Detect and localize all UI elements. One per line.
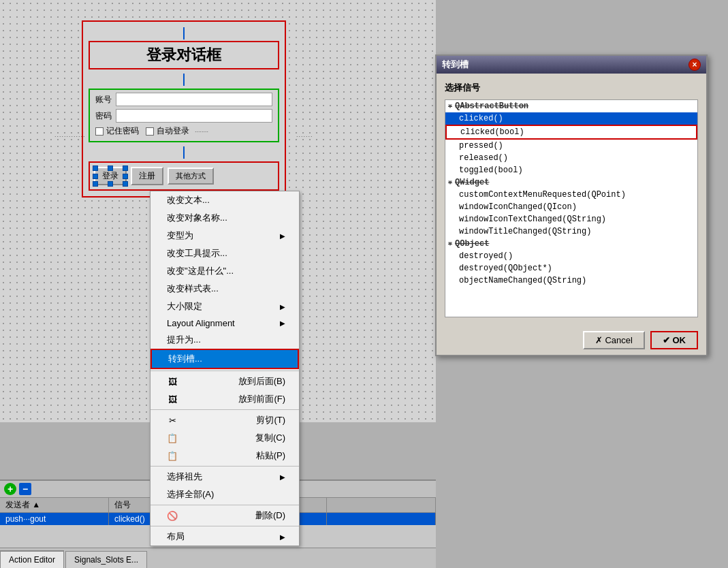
ctx-sep3 xyxy=(151,466,299,467)
dialog-title: 转到槽 xyxy=(442,59,469,71)
login-dialog: 登录对话框 账号 密码 记住密码 自动登录 ········ xyxy=(82,20,286,198)
toggle-icon: ▼ xyxy=(448,103,452,110)
copy-icon: 📋 xyxy=(167,433,178,443)
ctx-sep4 xyxy=(151,505,299,505)
dialog-titlebar: 转到槽 × xyxy=(437,56,706,74)
signal-toggled[interactable]: toggled(bool) xyxy=(445,164,697,176)
login-fields: 账号 密码 记住密码 自动登录 ········ xyxy=(89,89,279,142)
ctx-sep1 xyxy=(151,370,299,371)
ctx-delete[interactable]: 🚫删除(D) xyxy=(151,507,299,524)
toggle-icon-object: ▼ xyxy=(448,240,452,248)
other-button[interactable]: 其他方式 xyxy=(168,168,214,185)
ctx-copy[interactable]: 📋复制(C) xyxy=(151,429,299,447)
ctx-change-whatsthis[interactable]: 改变"这是什么"... xyxy=(151,262,299,280)
ok-button[interactable]: ✔ OK xyxy=(650,331,698,349)
ctx-change-name[interactable]: 改变对象名称... xyxy=(151,209,299,227)
overflow-dots-left: ············· xyxy=(54,133,86,140)
dialog-close-button[interactable]: × xyxy=(689,59,701,71)
password-label: 密码 xyxy=(95,110,116,122)
group-widget-label: QWidget xyxy=(455,178,489,187)
col-sender: 发送者 ▲ xyxy=(0,498,109,512)
cut-icon: ✂ xyxy=(167,415,178,426)
ctx-layout[interactable]: 布局 ▶ xyxy=(151,528,299,546)
signal-selection-label: 选择信号 xyxy=(445,82,698,94)
tab-action-editor[interactable]: Action Editor xyxy=(0,550,64,568)
sort-arrow: ▲ xyxy=(32,500,40,509)
col-slot xyxy=(327,498,436,512)
ctx-sep2 xyxy=(151,409,299,410)
password-input[interactable] xyxy=(116,109,272,123)
ctx-goto-slot[interactable]: 转到槽... xyxy=(151,349,299,369)
signal-icon-changed[interactable]: windowIconChanged(QIcon) xyxy=(445,201,697,213)
signal-clicked[interactable]: clicked() xyxy=(445,112,697,125)
col-sender-label: 发送者 xyxy=(5,500,30,509)
ctx-size-constraint[interactable]: 大小限定 ▶ xyxy=(151,298,299,315)
toggle-icon-widget: ▼ xyxy=(448,179,452,187)
signal-icon-text-changed[interactable]: windowIconTextChanged(QString) xyxy=(445,213,697,225)
signal-title-changed[interactable]: windowTitleChanged(QString) xyxy=(445,225,697,238)
dialog-body: 选择信号 ▼ QAbstractButton clicked() clicked… xyxy=(437,74,706,326)
login-dialog-title: 登录对话框 xyxy=(89,41,279,69)
ctx-bring-front[interactable]: 🖼放到前面(F) xyxy=(151,390,299,408)
send-back-icon: 🖼 xyxy=(167,377,178,387)
account-input[interactable] xyxy=(116,93,272,106)
ctx-select-all[interactable]: 选择全部(A) xyxy=(151,486,299,503)
ctx-change-type[interactable]: 变型为 ▶ xyxy=(151,227,299,244)
overflow-dots-right: ······· xyxy=(296,133,313,140)
group-abstract-button: ▼ QAbstractButton xyxy=(445,100,697,112)
group-object-label: QObject xyxy=(455,239,489,249)
signal-list[interactable]: ▼ QAbstractButton clicked() clicked(bool… xyxy=(445,99,698,317)
login-button[interactable]: 登录 xyxy=(94,167,127,185)
signal-destroyed[interactable]: destroyed() xyxy=(445,250,697,262)
ctx-change-tooltip[interactable]: 改变工具提示... xyxy=(151,244,299,262)
register-button[interactable]: 注册 xyxy=(131,167,163,185)
account-label: 账号 xyxy=(95,94,116,106)
tab-bar: Action Editor Signals_Slots E... xyxy=(0,548,436,568)
group-label: QAbstractButton xyxy=(455,101,528,111)
remember-checkbox[interactable] xyxy=(95,127,104,136)
account-row: 账号 xyxy=(95,93,272,106)
auto-login-checkbox[interactable] xyxy=(146,127,154,136)
ctx-paste[interactable]: 📋粘贴(P) xyxy=(151,447,299,464)
group-widget: ▼ QWidget xyxy=(445,176,697,189)
auto-login-label: 自动登录 xyxy=(157,125,189,137)
signal-pressed[interactable]: pressed() xyxy=(445,140,697,152)
checkbox-row: 记住密码 自动登录 ········ xyxy=(95,125,272,137)
group-object: ▼ QObject xyxy=(445,238,697,250)
goto-slot-dialog: 转到槽 × 选择信号 ▼ QAbstractButton clicked() c… xyxy=(435,54,708,356)
ctx-select-ancestor[interactable]: 选择祖先 ▶ xyxy=(151,468,299,486)
button-area: 登录 注册 其他方式 xyxy=(89,161,279,191)
ctx-cut[interactable]: ✂剪切(T) xyxy=(151,411,299,429)
cancel-button[interactable]: ✗ Cancel xyxy=(583,331,645,349)
cell-sender: push···gout xyxy=(0,513,109,525)
signal-context-menu[interactable]: customContextMenuRequested(QPoint) xyxy=(445,189,697,201)
ctx-change-stylesheet[interactable]: 改变样式表... xyxy=(151,280,299,298)
cell-slot xyxy=(327,513,436,525)
ctx-promote[interactable]: 提升为... xyxy=(151,331,299,349)
tab-signals-slots[interactable]: Signals_Slots E... xyxy=(65,551,147,568)
remove-connection-button[interactable]: − xyxy=(19,483,31,495)
dialog-footer: ✗ Cancel ✔ OK xyxy=(437,326,706,355)
signal-clicked-bool[interactable]: clicked(bool) xyxy=(445,125,697,140)
bring-front-icon: 🖼 xyxy=(167,394,178,405)
signal-released[interactable]: released() xyxy=(445,152,697,164)
password-row: 密码 xyxy=(95,109,272,123)
signal-name-changed[interactable]: objectNameChanged(QString) xyxy=(445,274,697,287)
context-menu[interactable]: 改变文本... 改变对象名称... 变型为 ▶ 改变工具提示... 改变"这是什… xyxy=(150,191,300,546)
ctx-sep5 xyxy=(151,526,299,526)
signal-destroyed-obj[interactable]: destroyed(QObject*) xyxy=(445,262,697,274)
ctx-change-text[interactable]: 改变文本... xyxy=(151,191,299,209)
remember-label: 记住密码 xyxy=(106,125,139,137)
delete-icon: 🚫 xyxy=(167,511,178,521)
ctx-send-back[interactable]: 🖼放到后面(B) xyxy=(151,373,299,390)
overflow-indicator: ········ xyxy=(195,128,208,135)
add-connection-button[interactable]: + xyxy=(4,483,16,495)
ctx-layout-alignment[interactable]: Layout Alignment ▶ xyxy=(151,315,299,331)
paste-icon: 📋 xyxy=(167,451,178,461)
